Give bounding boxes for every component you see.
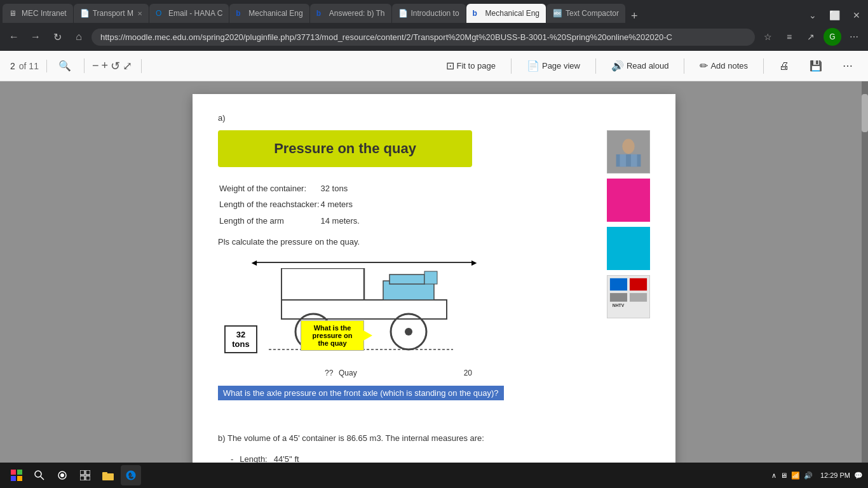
tab-answered[interactable]: b Answered: b) Th (310, 4, 391, 23)
pink-swatch (607, 179, 650, 222)
calculate-text: Pls calculate the pressure on the quay. (218, 237, 599, 247)
taskbar: ∧ 🖥 📶 🔊 12:29 PM 💬 (0, 463, 868, 488)
pdf-actions: ⊡ Fit to page 📄 Page view 🔊 Read aloud ✏… (441, 57, 858, 74)
more-icon: ⋯ (843, 60, 853, 72)
notification-icon[interactable]: 💬 (854, 471, 863, 480)
tab-label-mech2: Mechanical Eng (485, 9, 539, 18)
forward-button[interactable]: → (27, 28, 44, 46)
weight-label-box: 32 tons (224, 325, 257, 353)
tab-email[interactable]: O Email - HANA C (149, 4, 229, 23)
tab-mech-eng-1[interactable]: b Mechanical Eng (229, 4, 309, 23)
svg-point-13 (622, 139, 634, 154)
svg-line-28 (41, 477, 44, 480)
spec-row-arm: Length of the arm 14 meters. (219, 214, 360, 228)
search-taskbar-button[interactable] (29, 465, 50, 485)
measurements-list: Length: 44'5'' ft Width: 8'5'' ft (231, 454, 650, 463)
svg-rect-25 (11, 476, 16, 481)
tab-bar: 🖥 MEC Intranet 📄 Transport M ✕ O Email -… (0, 0, 868, 23)
more-options-button[interactable]: ⋯ (837, 57, 858, 74)
address-input[interactable] (92, 29, 755, 46)
window-minimize[interactable]: ⌄ (804, 10, 822, 20)
pdf-toolbar: 2 of 11 🔍 − + ↺ ⤢ ⊡ Fit to page 📄 Page v… (0, 51, 868, 81)
nhtv-svg: NHTV (607, 275, 649, 318)
tray-icon-wifi: 📶 (791, 471, 800, 480)
tab-favicon-intro: 📄 (398, 9, 407, 18)
toolbar-separator-3 (684, 58, 684, 74)
star-icon[interactable]: ☆ (759, 28, 776, 46)
svg-text:NHTV: NHTV (613, 303, 625, 308)
specs-table: Weight of the container: 32 tons Length … (218, 180, 361, 229)
settings-icon[interactable]: ⋯ (845, 28, 863, 46)
svg-rect-20 (610, 293, 627, 302)
browser-profile[interactable]: G (824, 28, 841, 46)
fullscreen-button[interactable]: ⤢ (123, 59, 132, 73)
question-marks-label: ?? (325, 369, 333, 377)
window-restore[interactable]: ⬜ (824, 10, 845, 20)
pdf-content-area[interactable]: a) Pressure on the quay Weight of the co… (0, 81, 868, 463)
system-tray: ∧ 🖥 📶 🔊 12:29 PM 💬 (771, 471, 863, 480)
svg-rect-15 (620, 154, 626, 166)
tab-mech-eng-2[interactable]: b Mechanical Eng (466, 4, 546, 23)
tab-favicon-mech1: b (236, 9, 245, 18)
edge-icon (125, 470, 137, 481)
tab-text-compactor[interactable]: 🔤 Text Compactor (546, 4, 625, 23)
reload-button[interactable]: ↻ (48, 28, 66, 46)
rotate-button[interactable]: ↺ (111, 59, 120, 73)
toolbar-separator-2 (595, 58, 596, 74)
diagram-container: ◄ ► (218, 257, 485, 381)
svg-rect-34 (86, 476, 90, 480)
tab-close-transport[interactable]: ✕ (137, 10, 142, 17)
address-bar: ← → ↻ ⌂ ☆ ≡ ↗ G ⋯ (0, 23, 868, 51)
add-notes-button[interactable]: ✏ Add notes (695, 57, 753, 74)
zoom-in-button[interactable]: + (101, 59, 108, 72)
window-close[interactable]: ✕ (848, 10, 865, 20)
tab-mec-intranet[interactable]: 🖥 MEC Intranet (3, 4, 73, 23)
page-view-button[interactable]: 📄 Page view (522, 57, 585, 74)
task-view-button[interactable] (75, 465, 95, 485)
fit-to-page-button[interactable]: ⊡ Fit to page (441, 57, 501, 74)
right-panel: NHTV (607, 130, 650, 426)
tab-favicon-email: O (156, 9, 165, 18)
read-aloud-button[interactable]: 🔊 Read aloud (606, 57, 674, 74)
cortana-button[interactable] (52, 465, 72, 485)
print-button[interactable]: 🖨 (774, 58, 794, 74)
toolbar-separator-1 (511, 58, 512, 74)
tray-icon-monitor: 🖥 (780, 471, 787, 479)
zoom-out-button[interactable]: − (92, 59, 99, 72)
new-tab-button[interactable]: + (626, 10, 643, 23)
back-button[interactable]: ← (5, 28, 23, 46)
svg-rect-21 (630, 293, 647, 302)
page-title: Pressure on the quay (231, 140, 459, 157)
current-page: 2 (10, 61, 15, 71)
svg-rect-19 (630, 278, 647, 290)
start-button[interactable] (6, 465, 27, 485)
file-explorer-button[interactable] (98, 465, 118, 485)
edge-browser-button[interactable] (121, 465, 141, 485)
read-view-icon[interactable]: ≡ (780, 28, 798, 46)
page-navigation: 2 of 11 🔍 (10, 58, 85, 73)
search-taskbar-icon (34, 470, 44, 480)
spec-row-length: Length of the reachstacker: 4 meters (219, 197, 360, 212)
svg-point-27 (35, 471, 41, 477)
home-button[interactable]: ⌂ (70, 28, 88, 46)
search-pdf-button[interactable]: 🔍 (55, 58, 75, 73)
read-aloud-icon: 🔊 (611, 60, 624, 72)
tab-transport[interactable]: 📄 Transport M ✕ (74, 4, 149, 23)
scrollbar-track[interactable] (862, 81, 868, 463)
svg-rect-24 (17, 470, 22, 475)
total-pages: of 11 (19, 61, 39, 71)
scrollbar-thumb[interactable] (862, 94, 868, 132)
photo-swatch (607, 130, 650, 173)
tray-icon-1: ∧ (771, 471, 776, 480)
svg-rect-33 (80, 476, 85, 480)
weight-number: 32 (236, 330, 245, 339)
save-button[interactable]: 💾 (804, 57, 827, 74)
share-icon[interactable]: ↗ (802, 28, 820, 46)
svg-rect-23 (11, 470, 16, 475)
tab-intro[interactable]: 📄 Introduction to (392, 4, 466, 23)
tab-favicon-mech2: b (473, 9, 482, 18)
meas-label-length: Length: (240, 454, 267, 463)
tab-label-mec: MEC Intranet (22, 9, 67, 18)
add-notes-icon: ✏ (700, 60, 708, 72)
svg-rect-26 (17, 476, 22, 481)
